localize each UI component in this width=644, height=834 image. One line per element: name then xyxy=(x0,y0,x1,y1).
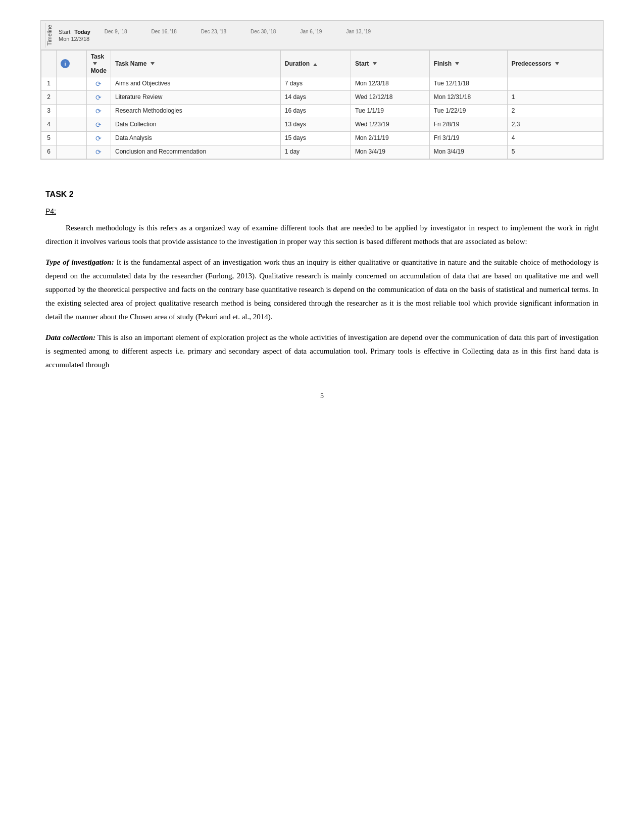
finish-6: Mon 3/4/19 xyxy=(429,145,507,159)
row-num-5: 5 xyxy=(41,132,57,145)
task-mode-2: ⟳ xyxy=(86,91,111,105)
table-row: 4⟳Data Collection13 daysWed 1/23/19Fri 2… xyxy=(41,118,603,132)
duration-3: 16 days xyxy=(280,105,351,118)
start-date: Mon 12/3/18 xyxy=(59,36,89,42)
task-name-6: Conclusion and Recommendation xyxy=(111,145,280,159)
finish-5: Fri 3/1/19 xyxy=(429,132,507,145)
finish-3: Tue 1/22/19 xyxy=(429,105,507,118)
intro-paragraph: Research methodology is this refers as a… xyxy=(45,221,599,249)
start-4: Wed 1/23/19 xyxy=(351,118,429,132)
row-info-5 xyxy=(57,132,87,145)
task-mode-icon: ⟳ xyxy=(95,121,102,129)
task-mode-filter-icon xyxy=(93,62,97,66)
row-num-6: 6 xyxy=(41,145,57,159)
predecessors-2: 1 xyxy=(507,91,603,105)
th-task-mode[interactable]: Task Mode xyxy=(86,51,111,77)
timeline-label: Timeline xyxy=(45,23,54,47)
finish-2: Mon 12/31/18 xyxy=(429,91,507,105)
predecessors-1 xyxy=(507,77,603,91)
task-mode-6: ⟳ xyxy=(86,145,111,159)
type-label: Type of investigation: xyxy=(45,258,114,266)
finish-4: Fri 2/8/19 xyxy=(429,118,507,132)
task-mode-icon: ⟳ xyxy=(95,107,102,115)
start-6: Mon 3/4/19 xyxy=(351,145,429,159)
task-mode-4: ⟳ xyxy=(86,118,111,132)
start-3: Tue 1/1/19 xyxy=(351,105,429,118)
p4-label: P4: xyxy=(45,207,599,215)
duration-1: 7 days xyxy=(280,77,351,91)
predecessors-3: 2 xyxy=(507,105,603,118)
start-5: Mon 2/11/19 xyxy=(351,132,429,145)
start-1: Mon 12/3/18 xyxy=(351,77,429,91)
duration-filter-icon xyxy=(313,62,317,66)
gantt-table: i Task Mode Task Name Duration Start xyxy=(41,50,603,159)
th-duration[interactable]: Duration xyxy=(280,51,351,77)
task-mode-5: ⟳ xyxy=(86,132,111,145)
date-jan13: Jan 13, '19 xyxy=(346,29,371,34)
start-filter-icon xyxy=(373,62,377,66)
duration-6: 1 day xyxy=(280,145,351,159)
start-label: Start xyxy=(59,29,70,35)
start-2: Wed 12/12/18 xyxy=(351,91,429,105)
data-label: Data collection: xyxy=(45,333,95,341)
content-section: TASK 2 P4: Research methodology is this … xyxy=(40,190,604,372)
gantt-chart: Timeline Start Today Dec 9, '18 Dec 16, … xyxy=(40,20,604,160)
gantt-table-header-row: i Task Mode Task Name Duration Start xyxy=(41,51,603,77)
row-info-2 xyxy=(57,91,87,105)
task-name-2: Literature Review xyxy=(111,91,280,105)
task2-heading: TASK 2 xyxy=(45,190,599,199)
row-info-3 xyxy=(57,105,87,118)
today-label: Today xyxy=(74,29,90,35)
row-info-1 xyxy=(57,77,87,91)
task-name-3: Research Methodologies xyxy=(111,105,280,118)
gantt-start-info: Mon 12/3/18 xyxy=(59,36,599,42)
th-predecessors[interactable]: Predecessors xyxy=(507,51,603,77)
row-info-4 xyxy=(57,118,87,132)
type-text: It is the fundamental aspect of an inves… xyxy=(45,258,599,321)
date-dec16: Dec 16, '18 xyxy=(152,29,177,34)
th-task-name[interactable]: Task Name xyxy=(111,51,280,77)
th-info: i xyxy=(57,51,87,77)
page-number: 5 xyxy=(40,392,604,400)
date-dec9: Dec 9, '18 xyxy=(105,29,127,34)
gantt-header-right: Start Today Dec 9, '18 Dec 16, '18 Dec 2… xyxy=(59,29,599,42)
date-jan6: Jan 6, '19 xyxy=(300,29,322,34)
task-name-4: Data Collection xyxy=(111,118,280,132)
task-name-filter-icon xyxy=(151,62,155,66)
table-row: 6⟳Conclusion and Recommendation1 dayMon … xyxy=(41,145,603,159)
th-start[interactable]: Start xyxy=(351,51,429,77)
gantt-today-row: Start Today Dec 9, '18 Dec 16, '18 Dec 2… xyxy=(59,29,599,35)
task-mode-icon: ⟳ xyxy=(95,93,102,102)
date-dec30: Dec 30, '18 xyxy=(251,29,276,34)
finish-1: Tue 12/11/18 xyxy=(429,77,507,91)
task-mode-icon: ⟳ xyxy=(95,80,102,88)
finish-filter-icon xyxy=(455,62,459,66)
row-info-6 xyxy=(57,145,87,159)
predecessors-4: 2,3 xyxy=(507,118,603,132)
gantt-header: Timeline Start Today Dec 9, '18 Dec 16, … xyxy=(41,21,603,50)
row-num-3: 3 xyxy=(41,105,57,118)
row-num-1: 1 xyxy=(41,77,57,91)
row-num-4: 4 xyxy=(41,118,57,132)
table-row: 2⟳Literature Review14 daysWed 12/12/18Mo… xyxy=(41,91,603,105)
info-icon: i xyxy=(61,59,70,68)
duration-4: 13 days xyxy=(280,118,351,132)
th-num xyxy=(41,51,57,77)
predecessors-5: 4 xyxy=(507,132,603,145)
task-mode-icon: ⟳ xyxy=(95,148,102,156)
table-row: 5⟳Data Analysis15 daysMon 2/11/19Fri 3/1… xyxy=(41,132,603,145)
task-name-1: Aims and Objectives xyxy=(111,77,280,91)
table-row: 1⟳Aims and Objectives7 daysMon 12/3/18Tu… xyxy=(41,77,603,91)
type-paragraph: Type of investigation: It is the fundame… xyxy=(45,256,599,324)
duration-2: 14 days xyxy=(280,91,351,105)
predecessors-6: 5 xyxy=(507,145,603,159)
data-paragraph: Data collection: This is also an importa… xyxy=(45,331,599,372)
task-mode-icon: ⟳ xyxy=(95,134,102,142)
task-mode-3: ⟳ xyxy=(86,105,111,118)
date-dec23: Dec 23, '18 xyxy=(201,29,226,34)
predecessors-filter-icon xyxy=(555,62,559,66)
task-mode-1: ⟳ xyxy=(86,77,111,91)
th-finish[interactable]: Finish xyxy=(429,51,507,77)
data-text: This is also an important element of exp… xyxy=(45,333,599,369)
duration-5: 15 days xyxy=(280,132,351,145)
